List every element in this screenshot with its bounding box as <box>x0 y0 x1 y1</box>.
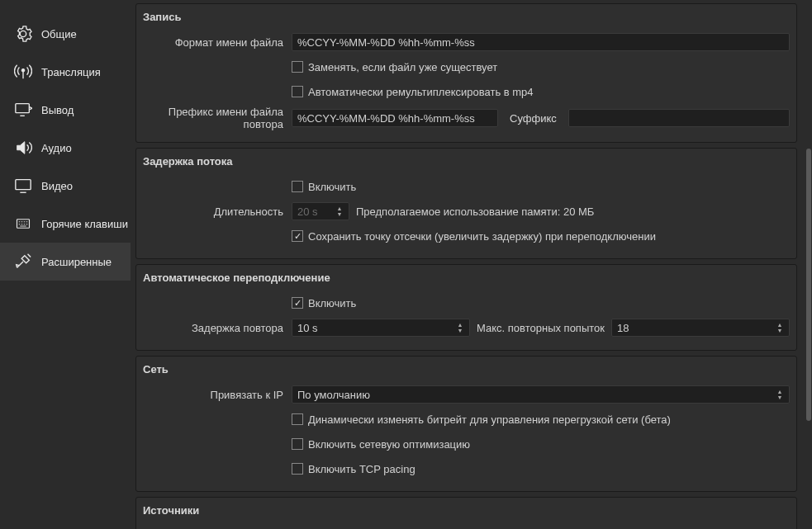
network-optimization-checkbox[interactable]: Включить сетевую оптимизацию <box>292 438 470 451</box>
spinbox-value: 18 <box>617 322 629 334</box>
sidebar-item-hotkeys[interactable]: Горячие клавиши <box>0 205 131 243</box>
retry-delay-spinbox[interactable]: 10 s ▲▼ <box>292 319 470 337</box>
sidebar-item-label: Горячие клавиши <box>41 218 128 230</box>
checkbox-icon <box>292 86 303 97</box>
sidebar-item-general[interactable]: Общие <box>0 15 131 53</box>
select-value: По умолчанию <box>297 389 370 401</box>
tools-icon <box>13 252 33 272</box>
bind-ip-label: Привязать к IP <box>143 389 292 401</box>
section-recording: Запись Формат имени файла Заменять, если… <box>135 3 797 143</box>
checkbox-icon <box>292 181 303 192</box>
section-title: Источники <box>143 503 790 518</box>
spinner-arrows-icon: ▲▼ <box>456 323 464 333</box>
spinner-arrows-icon: ▲▼ <box>776 323 784 333</box>
replay-prefix-label: Префикс имени файла повтора <box>143 106 292 130</box>
checkbox-label: Включить TCP pacing <box>308 463 415 475</box>
keyboard-icon <box>13 214 33 234</box>
output-icon <box>13 100 33 120</box>
sidebar-item-output[interactable]: Вывод <box>0 91 131 129</box>
max-retries-label: Макс. повторных попыток <box>477 322 605 334</box>
replay-suffix-input[interactable] <box>568 109 790 127</box>
checkbox-label: Автоматически ремультиплексировать в mp4 <box>308 86 534 98</box>
checkbox-icon <box>292 413 303 425</box>
spinner-arrows-icon: ▲▼ <box>335 206 344 217</box>
checkbox-label: Сохранить точку отсечки (увеличить задер… <box>308 230 656 243</box>
section-title: Сеть <box>143 361 790 377</box>
gear-icon <box>13 24 33 44</box>
stream-delay-enable-checkbox[interactable]: Включить <box>292 181 356 193</box>
checkbox-label: Динамически изменять битрейт для управле… <box>308 413 671 426</box>
checkbox-label: Включить <box>308 297 356 309</box>
section-title: Автоматическое переподключение <box>143 270 790 286</box>
sidebar-item-label: Трансляция <box>41 66 101 78</box>
section-title: Запись <box>143 9 790 25</box>
checkbox-label: Заменять, если файл уже существует <box>308 61 497 73</box>
svg-rect-3 <box>17 220 30 229</box>
sidebar-item-label: Вывод <box>41 104 74 116</box>
sidebar-item-advanced[interactable]: Расширенные <box>0 243 131 281</box>
reconnect-enable-checkbox[interactable]: Включить <box>292 297 356 309</box>
sidebar-item-label: Видео <box>41 180 73 192</box>
svg-rect-2 <box>16 180 31 190</box>
settings-content: Запись Формат имени файла Заменять, если… <box>131 0 805 529</box>
filename-format-label: Формат имени файла <box>143 36 292 49</box>
broadcast-icon <box>13 62 33 82</box>
checkbox-icon <box>292 230 303 242</box>
replay-suffix-label: Суффикс <box>510 112 557 125</box>
scrollbar-thumb[interactable] <box>806 149 811 421</box>
checkbox-label: Включить сетевую оптимизацию <box>308 438 470 451</box>
preserve-cutoff-checkbox[interactable]: Сохранить точку отсечки (увеличить задер… <box>292 230 656 243</box>
sidebar-item-label: Аудио <box>41 142 72 154</box>
monitor-icon <box>13 176 33 196</box>
duration-label: Длительность <box>143 205 292 218</box>
section-reconnect: Автоматическое переподключение Включить … <box>135 264 797 351</box>
sidebar-item-video[interactable]: Видео <box>0 167 131 205</box>
spinbox-value: 10 s <box>297 322 318 334</box>
checkbox-icon <box>292 463 303 475</box>
sidebar-item-stream[interactable]: Трансляция <box>0 53 131 91</box>
sidebar-item-label: Общие <box>41 28 77 40</box>
memory-usage-text: Предполагаемое использование памяти: 20 … <box>356 205 594 218</box>
checkbox-icon <box>292 297 303 309</box>
retry-delay-label: Задержка повтора <box>143 322 292 334</box>
remux-checkbox[interactable]: Автоматически ремультиплексировать в mp4 <box>292 86 534 98</box>
dynamic-bitrate-checkbox[interactable]: Динамически изменять битрейт для управле… <box>292 413 671 426</box>
tcp-pacing-checkbox[interactable]: Включить TCP pacing <box>292 463 415 475</box>
spinbox-value: 20 s <box>297 205 318 218</box>
sidebar-item-audio[interactable]: Аудио <box>0 129 131 167</box>
settings-sidebar: Общие Трансляция Вывод Аудио Видео Горяч… <box>0 0 131 529</box>
sidebar-item-label: Расширенные <box>41 256 112 268</box>
section-stream-delay: Задержка потока Включить Длительность 20… <box>135 148 797 259</box>
speaker-icon <box>13 138 33 158</box>
bind-ip-select[interactable]: По умолчанию ▲▼ <box>292 385 790 404</box>
filename-format-input[interactable] <box>292 33 790 51</box>
section-sources: Источники Включить аппаратное ускорение … <box>135 497 797 529</box>
checkbox-icon <box>292 438 303 450</box>
svg-rect-1 <box>16 104 30 113</box>
checkbox-icon <box>292 61 303 73</box>
overwrite-checkbox[interactable]: Заменять, если файл уже существует <box>292 61 497 73</box>
svg-point-0 <box>21 68 25 72</box>
chevron-updown-icon: ▲▼ <box>776 390 784 400</box>
scrollbar[interactable] <box>805 0 812 529</box>
section-title: Задержка потока <box>143 154 790 169</box>
checkbox-label: Включить <box>308 181 356 193</box>
duration-spinbox[interactable]: 20 s ▲▼ <box>292 202 349 220</box>
replay-prefix-input[interactable] <box>292 109 498 127</box>
section-network: Сеть Привязать к IP По умолчанию ▲▼ Дина… <box>135 356 797 492</box>
max-retries-spinbox[interactable]: 18 ▲▼ <box>611 319 790 337</box>
